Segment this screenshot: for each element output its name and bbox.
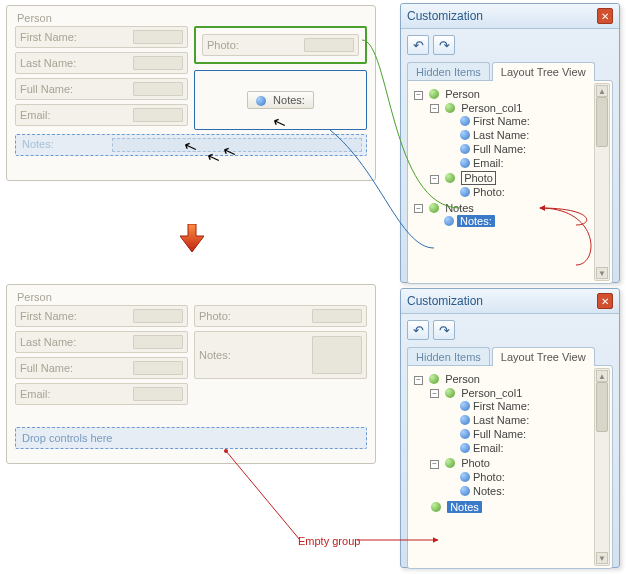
input[interactable] — [312, 336, 362, 374]
tab-hidden-items[interactable]: Hidden Items — [407, 62, 490, 81]
group-icon — [445, 173, 455, 183]
tree-node-col1[interactable]: − Person_col1 First Name: Last Name: Ful… — [430, 386, 590, 457]
collapse-icon[interactable]: − — [430, 104, 439, 113]
input[interactable] — [133, 30, 183, 44]
tree-node-first[interactable]: First Name: — [446, 114, 590, 128]
field-last-name[interactable]: Last Name: — [15, 52, 188, 74]
notes-source-zone[interactable]: Notes: ↖ — [15, 134, 367, 156]
empty-group-drop-zone[interactable]: Drop controls here — [15, 427, 367, 449]
input[interactable] — [304, 38, 354, 52]
field-first-name[interactable]: First Name: — [15, 305, 188, 327]
panel-titlebar[interactable]: Customization ✕ — [401, 4, 619, 29]
tree-node-full[interactable]: Full Name: — [446, 142, 590, 156]
tree-node-email[interactable]: Email: — [446, 441, 590, 455]
field-photo[interactable]: Photo: — [202, 34, 359, 56]
tab-hidden-items[interactable]: Hidden Items — [407, 347, 490, 366]
scroll-up-icon[interactable]: ▲ — [596, 85, 608, 97]
annotation-empty-group: Empty group — [298, 535, 360, 547]
collapse-icon[interactable]: − — [430, 175, 439, 184]
collapse-icon[interactable]: − — [414, 204, 423, 213]
input[interactable] — [133, 82, 183, 96]
redo-button[interactable]: ↷ — [433, 35, 455, 55]
form-panel-after: Person First Name: Last Name: Full Name:… — [6, 284, 376, 464]
field-email[interactable]: Email: — [15, 383, 188, 405]
tree-node-photo-group[interactable]: − Photo Photo: — [430, 171, 590, 200]
group-icon — [429, 374, 439, 384]
undo-button[interactable]: ↶ — [407, 35, 429, 55]
scroll-thumb[interactable] — [596, 382, 608, 432]
input[interactable] — [133, 387, 183, 401]
form-panel-before: Person First Name: Last Name: Full Name:… — [6, 5, 376, 181]
tree-node-last[interactable]: Last Name: — [446, 128, 590, 142]
node-label: Last Name: — [473, 129, 529, 141]
tree-node-notes-empty[interactable]: Notes — [414, 500, 590, 514]
tab-layout-tree[interactable]: Layout Tree View — [492, 347, 595, 366]
customization-panel-after: Customization ✕ ↶ ↷ Hidden Items Layout … — [400, 288, 620, 568]
tree-node-photo-item[interactable]: Photo: — [446, 185, 590, 199]
field-label: Photo: — [199, 310, 312, 322]
close-button[interactable]: ✕ — [597, 8, 613, 24]
item-icon — [460, 443, 470, 453]
tree-node-person[interactable]: − Person − Person_col1 First Name: Last … — [414, 372, 590, 500]
col-right: Photo: Notes: — [194, 305, 367, 409]
scroll-down-icon[interactable]: ▼ — [596, 552, 608, 564]
tree-node-col1[interactable]: − Person_col1 First Name: Last Name: Ful… — [430, 101, 590, 172]
col-left: First Name: Last Name: Full Name: Email: — [15, 26, 188, 130]
input[interactable] — [312, 309, 362, 323]
scroll-down-icon[interactable]: ▼ — [596, 267, 608, 279]
field-label: Full Name: — [20, 362, 133, 374]
tree-node-email[interactable]: Email: — [446, 156, 590, 170]
field-first-name[interactable]: First Name: — [15, 26, 188, 48]
redo-button[interactable]: ↷ — [433, 320, 455, 340]
tree-node-notes-item[interactable]: Notes: — [446, 484, 590, 498]
transition-arrow-icon — [180, 224, 204, 252]
collapse-icon[interactable]: − — [414, 91, 423, 100]
tree-node-notes-group[interactable]: − Notes Notes: — [414, 201, 590, 230]
sphere-icon — [256, 96, 266, 106]
field-photo[interactable]: Photo: — [194, 305, 367, 327]
field-full-name[interactable]: Full Name: — [15, 78, 188, 100]
tree-node-notes-item[interactable]: Notes: — [430, 214, 590, 228]
close-button[interactable]: ✕ — [597, 293, 613, 309]
tab-layout-tree[interactable]: Layout Tree View — [492, 62, 595, 81]
node-label: Photo: — [473, 471, 505, 483]
field-email[interactable]: Email: — [15, 104, 188, 126]
panel-title: Customization — [407, 294, 597, 308]
tree-node-last[interactable]: Last Name: — [446, 413, 590, 427]
vertical-scrollbar[interactable]: ▲ ▼ — [594, 83, 610, 281]
tree-node-photo-item[interactable]: Photo: — [446, 470, 590, 484]
input[interactable] — [133, 56, 183, 70]
collapse-icon[interactable]: − — [430, 460, 439, 469]
tree-node-photo-group[interactable]: − Photo Photo: Notes: — [430, 456, 590, 499]
input[interactable] — [133, 309, 183, 323]
zone-label: Notes: — [22, 138, 54, 150]
field-label: Last Name: — [20, 336, 133, 348]
group-title: Person — [17, 12, 367, 24]
item-icon — [460, 187, 470, 197]
vertical-scrollbar[interactable]: ▲ ▼ — [594, 368, 610, 566]
collapse-icon[interactable]: − — [430, 389, 439, 398]
field-last-name[interactable]: Last Name: — [15, 331, 188, 353]
input[interactable] — [133, 335, 183, 349]
collapse-icon[interactable]: − — [414, 376, 423, 385]
panel-titlebar[interactable]: Customization ✕ — [401, 289, 619, 314]
item-icon — [460, 415, 470, 425]
group-icon — [445, 103, 455, 113]
input[interactable] — [133, 361, 183, 375]
node-label: Notes: — [457, 215, 495, 227]
tree-node-full[interactable]: Full Name: — [446, 427, 590, 441]
field-label: Email: — [20, 109, 133, 121]
tree-node-first[interactable]: First Name: — [446, 399, 590, 413]
input[interactable] — [133, 108, 183, 122]
field-full-name[interactable]: Full Name: — [15, 357, 188, 379]
node-label: Email: — [473, 157, 504, 169]
drag-chip-notes[interactable]: Notes: — [247, 91, 314, 109]
tree-node-person[interactable]: − Person − Person_col1 First Name: Last … — [414, 87, 590, 201]
undo-button[interactable]: ↶ — [407, 320, 429, 340]
scroll-up-icon[interactable]: ▲ — [596, 370, 608, 382]
notes-drop-target[interactable]: Notes: ↖ — [194, 70, 367, 130]
node-label: Photo — [461, 457, 490, 469]
field-notes[interactable]: Notes: — [194, 331, 367, 379]
scroll-thumb[interactable] — [596, 97, 608, 147]
node-label: Last Name: — [473, 414, 529, 426]
